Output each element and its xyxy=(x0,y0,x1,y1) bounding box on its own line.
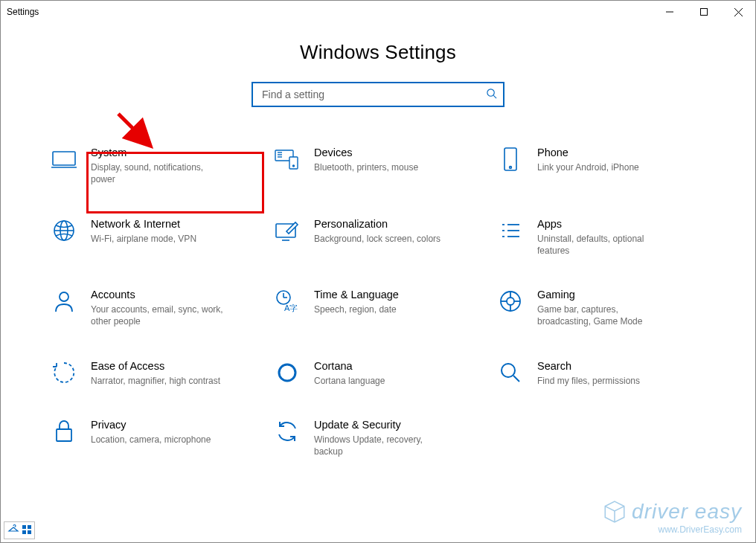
phone-icon xyxy=(497,146,524,173)
search-box[interactable] xyxy=(252,82,504,107)
corner-widget xyxy=(4,521,35,539)
card-desc: Location, camera, microphone xyxy=(91,434,211,446)
card-time[interactable]: A字 Time & Language Speech, region, date xyxy=(274,288,460,328)
card-title: Devices xyxy=(314,146,418,159)
gaming-icon xyxy=(497,288,524,315)
svg-rect-37 xyxy=(57,429,71,441)
minimize-button[interactable] xyxy=(653,1,687,23)
network-icon xyxy=(51,217,77,244)
card-title: Network & Internet xyxy=(91,217,196,231)
accounts-icon xyxy=(51,288,77,315)
system-icon xyxy=(51,146,77,173)
ease-of-access-icon xyxy=(51,359,77,386)
svg-rect-41 xyxy=(22,530,26,534)
card-desc: Your accounts, email, sync, work, other … xyxy=(91,303,225,327)
card-title: System xyxy=(91,146,225,159)
card-privacy[interactable]: Privacy Location, camera, microphone xyxy=(51,418,237,458)
card-devices[interactable]: Devices Bluetooth, printers, mouse xyxy=(274,146,460,186)
card-gaming[interactable]: Gaming Game bar, captures, broadcasting,… xyxy=(497,288,683,328)
svg-point-15 xyxy=(510,167,512,169)
svg-point-34 xyxy=(279,364,295,381)
cortana-icon xyxy=(274,359,301,386)
close-button[interactable] xyxy=(721,1,755,23)
page-title: Windows Settings xyxy=(1,41,755,64)
card-desc: Background, lock screen, colors xyxy=(314,233,441,245)
card-apps[interactable]: Apps Uninstall, defaults, optional featu… xyxy=(497,217,683,257)
card-desc: Game bar, captures, broadcasting, Game M… xyxy=(537,303,671,327)
card-desc: Wi-Fi, airplane mode, VPN xyxy=(91,233,196,245)
window-title: Settings xyxy=(7,7,39,17)
card-desc: Windows Update, recovery, backup xyxy=(314,434,448,457)
card-desc: Speech, region, date xyxy=(314,303,399,315)
update-icon xyxy=(274,418,301,445)
search-category-icon xyxy=(497,359,524,386)
card-accounts[interactable]: Accounts Your accounts, email, sync, wor… xyxy=(51,288,237,328)
card-phone[interactable]: Phone Link your Android, iPhone xyxy=(497,146,683,186)
card-title: Update & Security xyxy=(314,418,448,431)
card-title: Gaming xyxy=(537,288,671,301)
card-desc: Cortana language xyxy=(314,375,385,387)
card-title: Apps xyxy=(537,217,671,231)
search-icon xyxy=(486,88,497,102)
card-desc: Display, sound, notifications, power xyxy=(91,161,225,185)
card-desc: Link your Android, iPhone xyxy=(537,161,639,173)
card-desc: Find my files, permissions xyxy=(537,375,640,387)
card-search[interactable]: Search Find my files, permissions xyxy=(497,359,683,387)
watermark-brand: driver easy xyxy=(632,500,742,524)
svg-point-27 xyxy=(60,292,68,301)
card-title: Accounts xyxy=(91,288,225,301)
svg-line-36 xyxy=(513,376,519,382)
card-personalization[interactable]: Personalization Background, lock screen,… xyxy=(274,217,460,257)
grid-icon xyxy=(22,524,31,537)
svg-rect-42 xyxy=(28,530,31,534)
card-system[interactable]: System Display, sound, notifications, po… xyxy=(51,146,237,186)
svg-point-35 xyxy=(502,364,515,377)
devices-icon xyxy=(274,146,301,173)
card-title: Ease of Access xyxy=(91,359,220,373)
svg-line-38 xyxy=(118,114,148,144)
card-title: Cortana xyxy=(314,359,385,373)
search-input[interactable] xyxy=(260,88,486,101)
svg-rect-1 xyxy=(701,9,708,16)
svg-line-5 xyxy=(493,95,496,98)
card-title: Privacy xyxy=(91,418,211,431)
card-update[interactable]: Update & Security Windows Update, recove… xyxy=(274,418,460,458)
watermark: driver easy www.DriverEasy.com xyxy=(602,499,742,535)
apps-icon xyxy=(497,217,524,244)
card-title: Phone xyxy=(537,146,639,159)
svg-rect-6 xyxy=(53,152,75,165)
svg-point-33 xyxy=(507,298,514,305)
card-title: Personalization xyxy=(314,217,441,231)
svg-rect-39 xyxy=(22,525,26,529)
maximize-button[interactable] xyxy=(687,1,721,23)
card-desc: Uninstall, defaults, optional features xyxy=(537,233,671,257)
personalization-icon xyxy=(274,217,301,244)
card-desc: Narrator, magnifier, high contrast xyxy=(91,375,220,387)
watermark-logo-icon xyxy=(602,499,627,524)
card-cortana[interactable]: Cortana Cortana language xyxy=(274,359,460,387)
card-ease-of-access[interactable]: Ease of Access Narrator, magnifier, high… xyxy=(51,359,237,387)
svg-point-4 xyxy=(487,89,494,95)
card-title: Search xyxy=(537,359,640,373)
privacy-icon xyxy=(51,418,77,445)
svg-rect-40 xyxy=(28,525,31,529)
card-network[interactable]: Network & Internet Wi-Fi, airplane mode,… xyxy=(51,217,237,257)
settings-grid: System Display, sound, notifications, po… xyxy=(51,146,705,457)
card-title: Time & Language xyxy=(314,288,399,301)
svg-rect-14 xyxy=(504,148,516,170)
titlebar: Settings xyxy=(1,1,755,23)
watermark-url: www.DriverEasy.com xyxy=(602,524,742,535)
card-desc: Bluetooth, printers, mouse xyxy=(314,161,418,173)
svg-text:A字: A字 xyxy=(284,303,298,312)
hanger-icon xyxy=(7,524,19,537)
time-language-icon: A字 xyxy=(274,288,301,315)
